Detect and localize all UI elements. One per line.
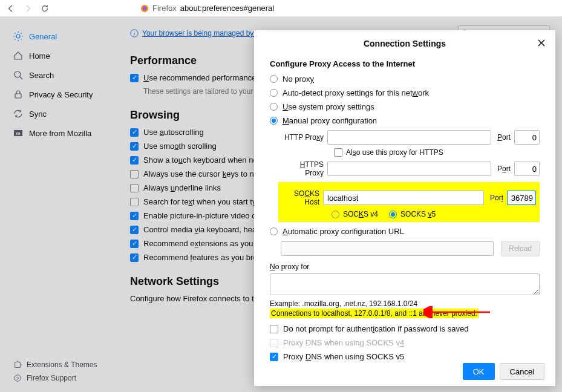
sidebar-item-more[interactable]: mMore from Mozilla [13,123,118,143]
proxy-dns-v4-label: Proxy DNS when using SOCKS v4 [283,338,404,347]
no-proxy-label: No proxy [283,74,314,83]
search-icon [13,70,23,80]
auto-config-label: Automatic proxy configuration URL [283,227,404,236]
no-proxy-for-label: No proxy for [270,263,540,271]
browser-toolbar: Firefox about:preferences#general [0,0,562,17]
socks-port-input[interactable] [507,191,536,205]
touch-keyboard-checkbox[interactable] [130,156,139,165]
https-port-label: Port [497,165,511,173]
socks-host-label: SOCKS Host [282,189,319,206]
svg-point-3 [15,71,21,77]
reload-button: Reload [501,241,540,256]
svg-text:?: ? [16,376,19,381]
http-proxy-label: HTTP Proxy [281,133,324,142]
system-proxy-label: Use system proxy settings [283,102,374,111]
media-control-checkbox[interactable] [130,226,139,234]
sidebar-item-general[interactable]: General [13,27,118,46]
sidebar-footer-label: Extensions & Themes [27,361,97,369]
sidebar-item-label: General [29,32,57,41]
svg-text:i: i [134,31,136,37]
no-proxy-radio[interactable] [270,75,278,83]
help-icon: ? [13,374,22,382]
back-button[interactable] [5,2,17,15]
url-text: about:preferences#general [180,4,274,13]
proxy-dns-v5-checkbox[interactable] [270,353,278,361]
firefox-icon [140,4,149,13]
manual-proxy-radio[interactable] [270,117,278,125]
sidebar-item-label: Sync [29,109,47,119]
autoscrolling-checkbox[interactable] [130,128,139,137]
sidebar-item-label: Home [29,51,50,60]
underline-links-label: Always underline links [143,183,221,192]
recommend-feat-label: Recommend features as you browse [143,253,272,262]
sidebar-item-search[interactable]: Search [13,65,118,85]
sidebar-footer-label: Firefox Support [27,374,76,382]
home-icon [13,51,23,60]
sidebar-extensions[interactable]: Extensions & Themes [13,358,97,371]
search-text-label: Search for text when you start typing [143,197,271,206]
socks-v4-label: SOCKS v4 [343,210,378,218]
recommend-feat-checkbox[interactable] [130,253,139,262]
sidebar-item-home[interactable]: Home [13,46,118,65]
also-https-checkbox[interactable] [334,148,342,157]
cancel-button[interactable]: Cancel [500,363,544,380]
auto-config-radio[interactable] [270,227,278,235]
proxy-dns-v4-checkbox [270,339,278,347]
gear-icon [13,31,23,41]
socks-v5-label: SOCKS v5 [400,210,436,218]
auto-config-input [281,241,494,256]
url-prefix: Firefox [152,4,177,13]
ok-button[interactable]: OK [463,363,495,380]
proxy-dns-v5-label: Proxy DNS when using SOCKS v5 [283,352,404,361]
http-port-label: Port [497,133,511,142]
sidebar-support[interactable]: ?Firefox Support [13,371,97,385]
sidebar-item-privacy[interactable]: Privacy & Security [13,85,118,104]
smooth-scrolling-checkbox[interactable] [130,142,139,151]
dialog-title: Connection Settings [254,30,555,59]
dialog-title-text: Connection Settings [364,39,446,48]
recommend-ext-checkbox[interactable] [130,240,139,248]
reload-button[interactable] [39,2,51,15]
socks-v5-radio[interactable] [389,211,397,218]
dialog-subheading: Configure Proxy Access to the Internet [270,59,540,68]
http-proxy-input[interactable] [327,130,491,145]
svg-point-1 [143,6,147,10]
close-button[interactable] [537,39,547,48]
sidebar-item-label: More from Mozilla [29,129,91,138]
socks-v4-radio[interactable] [332,211,339,218]
autoscrolling-label: Use autoscrolling [143,128,204,137]
sidebar-item-label: Search [29,71,54,80]
socks-port-label: Port [490,194,503,202]
also-https-label: Also use this proxy for HTTPS [346,148,443,157]
manual-proxy-label: Manual proxy configuration [283,116,377,125]
forward-button[interactable] [22,2,34,15]
auto-detect-label: Auto-detect proxy settings for this netw… [283,88,429,97]
socks-host-input[interactable] [323,191,484,205]
svg-text:m: m [16,131,20,136]
mozilla-icon: m [13,128,23,138]
no-prompt-auth-checkbox[interactable] [270,325,278,333]
auto-detect-radio[interactable] [270,89,278,97]
https-port-input[interactable] [514,162,540,176]
no-proxy-example: Example: .mozilla.org, .net.nz, 192.168.… [270,299,540,308]
underline-links-checkbox[interactable] [130,184,139,192]
sidebar: General Home Search Privacy & Security S… [0,17,118,392]
perf-recommended-checkbox[interactable] [130,74,139,82]
sidebar-footer: Extensions & Themes ?Firefox Support [13,358,97,385]
system-proxy-radio[interactable] [270,103,278,111]
pip-checkbox[interactable] [130,212,139,220]
socks-highlight: SOCKS Host Port SOCKS v4 SOCKS v5 [278,182,540,222]
lock-icon [13,90,23,99]
no-prompt-auth-label: Do not prompt for authentication if pass… [283,324,468,333]
sidebar-item-sync[interactable]: Sync [13,104,118,123]
smooth-scrolling-label: Use smooth scrolling [143,142,217,151]
address-bar[interactable]: Firefox about:preferences#general [56,4,274,13]
svg-rect-4 [15,94,21,98]
connection-settings-dialog: Connection Settings Configure Proxy Acce… [254,30,555,386]
http-port-input[interactable] [514,130,540,145]
https-proxy-input[interactable] [327,162,491,176]
search-text-checkbox[interactable] [130,198,139,206]
cursor-keys-checkbox[interactable] [130,170,139,178]
sync-icon [13,109,23,119]
no-proxy-for-input[interactable] [270,273,540,295]
